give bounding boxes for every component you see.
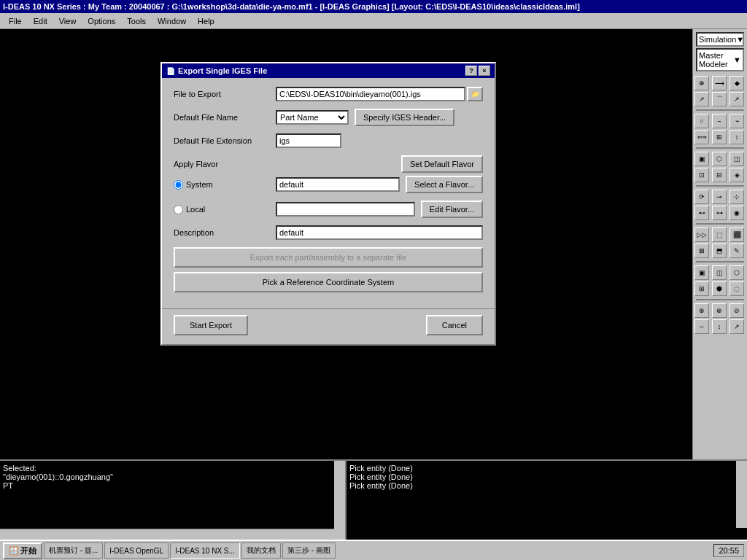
apply-flavor-label: Apply Flavor	[174, 160, 276, 168]
default-file-extension-label: Default File Extension	[174, 136, 276, 145]
pick-reference-button[interactable]: Pick a Reference Coordinate System	[174, 272, 483, 292]
local-radio-area: Local	[174, 205, 276, 214]
file-to-export-input[interactable]	[276, 87, 465, 101]
default-file-name-row: Default File Name Part Name Specify IGES…	[174, 109, 483, 126]
export-each-button[interactable]: Export each part/assembly to a separate …	[174, 247, 483, 268]
export-each-section: Export each part/assembly to a separate …	[174, 247, 483, 268]
default-file-extension-input[interactable]	[276, 133, 341, 148]
export-iges-dialog: 📄 Export Single IGES File ? × File to Ex…	[160, 62, 496, 346]
default-file-extension-row: Default File Extension	[174, 133, 483, 148]
local-flavor-input[interactable]	[276, 202, 415, 217]
description-label: Description	[174, 228, 276, 237]
browse-button[interactable]: 📁	[467, 87, 483, 101]
specify-iges-header-button[interactable]: Specify IGES Header...	[355, 109, 454, 126]
system-radio-area: System	[174, 180, 276, 190]
dialog-help-button[interactable]: ?	[465, 66, 477, 76]
dialog-content: File to Export 📁 Default File Name Part …	[162, 78, 495, 306]
file-to-export-label: File to Export	[174, 90, 276, 98]
dialog-icon: 📄	[166, 67, 175, 75]
pick-reference-section: Pick a Reference Coordinate System	[174, 272, 483, 292]
dialog-titlebar: 📄 Export Single IGES File ? ×	[162, 63, 495, 78]
local-radio-label: Local	[174, 205, 276, 214]
start-export-button[interactable]: Start Export	[174, 315, 248, 335]
set-default-flavor-button[interactable]: Set Default Flavor	[401, 155, 483, 173]
file-to-export-row: File to Export 📁	[174, 87, 483, 101]
local-row: Local Edit Flavor...	[174, 201, 483, 218]
system-radio[interactable]	[174, 180, 183, 190]
dialog-overlay: 📄 Export Single IGES File ? × File to Ex…	[0, 0, 747, 560]
dialog-title: Export Single IGES File	[178, 66, 267, 75]
description-row: Description	[174, 225, 483, 240]
default-file-name-label: Default File Name	[174, 113, 276, 122]
default-file-name-select[interactable]: Part Name	[276, 110, 349, 125]
description-input[interactable]	[276, 225, 483, 240]
apply-flavor-row: Apply Flavor Set Default Flavor	[174, 155, 483, 173]
select-flavor-button[interactable]: Select a Flavor...	[406, 176, 483, 193]
local-radio[interactable]	[174, 205, 183, 214]
dialog-close-button[interactable]: ×	[479, 66, 490, 76]
dialog-titlebar-buttons: ? ×	[465, 66, 490, 76]
edit-flavor-button[interactable]: Edit Flavor...	[421, 201, 483, 218]
system-row: System Select a Flavor...	[174, 176, 483, 193]
cancel-button[interactable]: Cancel	[426, 315, 483, 335]
system-radio-label: System	[174, 180, 276, 190]
system-flavor-input[interactable]	[276, 177, 400, 192]
dialog-footer: Start Export Cancel	[162, 308, 495, 344]
